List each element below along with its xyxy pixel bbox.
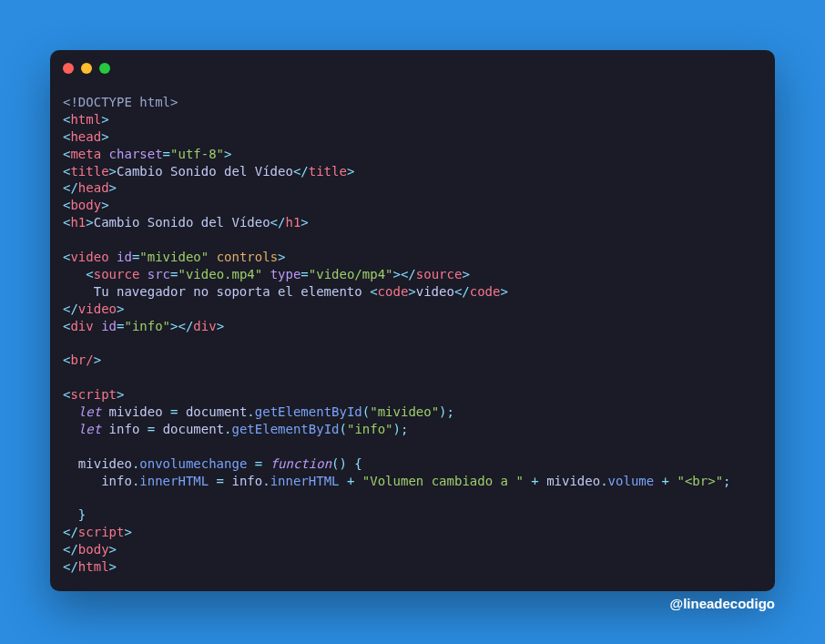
html-open-tag: html xyxy=(70,112,101,127)
source-src-value: "video.mp4" xyxy=(178,267,262,281)
head-close-tag: head xyxy=(78,180,109,195)
minimize-icon[interactable] xyxy=(81,63,92,74)
str-br: "<br>" xyxy=(677,474,723,488)
getelementbyid-2: getElementById xyxy=(232,422,340,436)
h1-text: Cambio Sonido del Vídeo xyxy=(94,215,270,230)
code-window: <!DOCTYPE html> <html> <head> <meta char… xyxy=(50,50,775,591)
body-open-tag: body xyxy=(70,198,101,212)
video-id-value: "mivideo" xyxy=(139,250,209,264)
fallback-text: Tu navegador no soporta el elemento xyxy=(63,284,370,299)
meta-tag: meta xyxy=(70,147,101,161)
code-text: video xyxy=(416,284,454,299)
source-open-tag: source xyxy=(94,267,140,281)
let-keyword-2: let xyxy=(78,422,101,436)
script-open-tag: script xyxy=(70,387,117,402)
html-close-tag: html xyxy=(78,559,109,574)
window-titlebar xyxy=(50,50,775,74)
function-keyword: function xyxy=(270,456,331,471)
innerhtml-2: innerHTML xyxy=(270,474,340,488)
arg-info: "info" xyxy=(347,422,393,436)
video-controls-attr: controls xyxy=(217,250,278,264)
arg-mivideo: "mivideo" xyxy=(370,404,439,419)
code-editor: <!DOCTYPE html> <html> <head> <meta char… xyxy=(50,74,775,588)
charset-value: "utf-8" xyxy=(170,147,224,161)
volume-prop: volume xyxy=(608,474,655,488)
innerhtml-1: innerHTML xyxy=(139,474,209,488)
br-tag: br/ xyxy=(70,353,93,367)
h1-close-tag: h1 xyxy=(285,215,300,230)
doctype: <!DOCTYPE html> xyxy=(63,95,178,109)
h1-open-tag: h1 xyxy=(70,215,86,230)
zoom-icon[interactable] xyxy=(99,63,110,74)
title-close-tag: title xyxy=(309,164,347,179)
script-close-tag: script xyxy=(78,525,125,539)
source-type-attr: type xyxy=(270,267,301,281)
document-2: document xyxy=(163,422,224,436)
div-close-tag: div xyxy=(193,319,216,333)
code-open-tag: code xyxy=(378,284,409,299)
code-close-tag: code xyxy=(470,284,501,299)
let-keyword-1: let xyxy=(78,404,101,419)
video-id-attr: id xyxy=(117,250,132,264)
document-1: document xyxy=(186,404,247,419)
video-close-tag: video xyxy=(78,302,117,316)
charset-attr: charset xyxy=(109,147,163,161)
video-open-tag: video xyxy=(70,250,108,264)
watermark: @lineadecodigo xyxy=(670,595,775,613)
div-open-tag: div xyxy=(70,319,93,333)
source-type-value: "video/mp4" xyxy=(309,267,393,281)
mivideo-ref: mivideo xyxy=(78,456,132,471)
var-mivideo: mivideo xyxy=(109,404,163,419)
close-icon[interactable] xyxy=(63,63,74,74)
info-ref-1: info xyxy=(101,474,132,488)
source-src-attr: src xyxy=(148,267,170,281)
mivideo-ref-2: mivideo xyxy=(546,474,600,488)
title-text: Cambio Sonido del Vídeo xyxy=(117,164,293,179)
getelementbyid-1: getElementById xyxy=(255,404,362,419)
div-id-attr: id xyxy=(101,319,117,333)
var-info: info xyxy=(109,422,140,436)
source-close-tag: source xyxy=(416,267,463,281)
info-ref-2: info xyxy=(231,474,262,488)
str-volumen: "Volumen cambiado a " xyxy=(362,474,524,488)
body-close-tag: body xyxy=(78,542,109,557)
div-id-value: "info" xyxy=(124,319,170,333)
head-open-tag: head xyxy=(70,129,101,144)
title-open-tag: title xyxy=(70,164,108,179)
onvolumechange-prop: onvolumechange xyxy=(139,456,247,471)
